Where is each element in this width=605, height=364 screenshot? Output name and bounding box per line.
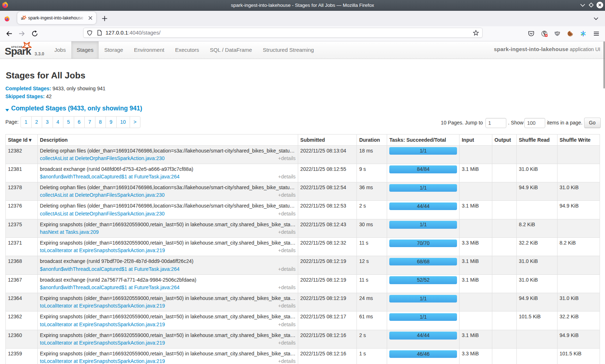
svg-text:uO: uO [556, 32, 559, 35]
